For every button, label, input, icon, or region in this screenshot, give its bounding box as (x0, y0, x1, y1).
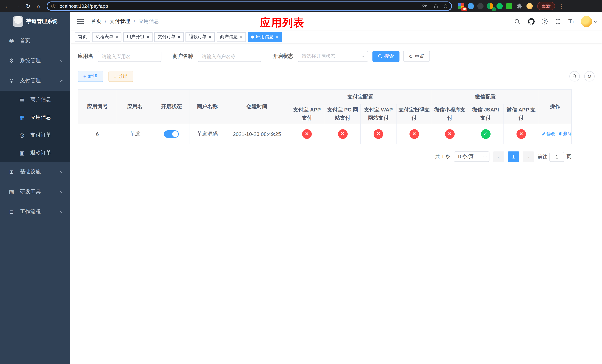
browser-reload-icon[interactable]: ↻ (24, 2, 32, 11)
share-icon[interactable] (432, 2, 440, 10)
chevron-down-icon (484, 155, 487, 158)
bookmark-star-icon[interactable]: ☆ (443, 3, 448, 9)
extension-wechat-icon[interactable] (496, 3, 503, 9)
tab-user-group[interactable]: 用户分组× (123, 32, 152, 42)
fullscreen-icon[interactable] (554, 18, 562, 25)
collapse-sidebar-icon[interactable] (76, 18, 85, 25)
sidebar-item-home[interactable]: ◉ 首页 (0, 31, 70, 51)
breadcrumb-current: 应用信息 (139, 18, 159, 25)
target-icon: ◎ (18, 132, 26, 139)
tab-refund-orders[interactable]: 退款订单× (185, 32, 215, 42)
password-key-icon[interactable] (421, 2, 429, 10)
extension-color-icon[interactable]: 1 (487, 3, 493, 9)
sidebar-item-label: 工作流程 (20, 208, 41, 215)
refresh-table-button[interactable]: ↻ (584, 71, 595, 81)
extension-badge: 1 (492, 7, 496, 11)
browser-menu-icon[interactable]: ⋮ (559, 3, 564, 9)
merchant-name-input[interactable] (198, 51, 261, 62)
app-name-input[interactable] (98, 51, 161, 62)
browser-toolbar: ← → ↻ ⌂ ⓘ localhost:1024/pay/app ☆ 10 (0, 0, 602, 12)
sidebar-item-refund-orders[interactable]: ▣ 退款订单 (0, 144, 70, 162)
tools-icon: ▧ (7, 189, 16, 195)
tab-home[interactable]: 首页 (75, 32, 90, 42)
extensions-puzzle-icon[interactable] (516, 2, 523, 10)
app-logo-row[interactable]: 芋道管理系统 (0, 12, 70, 31)
plus-icon: + (83, 74, 86, 79)
trash-icon (558, 132, 562, 136)
app-name-label: 应用名 (78, 53, 93, 60)
extension-drop-icon[interactable] (468, 3, 474, 9)
sidebar-item-label: 支付管理 (20, 77, 41, 84)
col-wx-mini: 微信小程序支付 (432, 104, 468, 124)
breadcrumb: 首页 / 支付管理 / 应用信息 (91, 18, 159, 25)
add-button[interactable]: + 新增 (78, 71, 103, 82)
close-icon[interactable]: × (240, 35, 243, 39)
browser-update-button[interactable]: 更新 (537, 2, 555, 10)
chevron-down-icon (60, 170, 64, 173)
screen: ← → ↻ ⌂ ⓘ localhost:1024/pay/app ☆ 10 (0, 0, 602, 364)
close-icon[interactable]: × (116, 35, 118, 39)
sidebar-item-devtools[interactable]: ▧ 研发工具 (0, 182, 70, 202)
table-row: 6 芋道 芋道源码 2021-10-23 08:49:25 (78, 124, 571, 144)
profile-avatar-icon[interactable] (527, 3, 533, 9)
breadcrumb-payment[interactable]: 支付管理 (110, 18, 130, 25)
next-page-button[interactable]: › (523, 151, 534, 162)
app-window: 芋道管理系统 ◉ 首页 ⚙ 系统管理 ¥ 支付管理 ▤ 商户信息 (0, 12, 602, 364)
close-icon[interactable]: × (178, 35, 180, 39)
toggle-search-button[interactable] (570, 71, 580, 81)
sidebar-item-payment[interactable]: ¥ 支付管理 (0, 71, 70, 91)
extension-green-icon[interactable] (506, 3, 512, 9)
export-button[interactable]: ↓ 导出 (108, 71, 133, 82)
search-icon[interactable] (514, 18, 521, 25)
col-alipay-app: 支付宝 APP 支付 (289, 104, 325, 124)
close-icon[interactable]: × (209, 35, 211, 39)
prev-page-button[interactable]: ‹ (493, 151, 504, 162)
extension-dark-icon[interactable] (477, 3, 484, 9)
total-count: 共 1 条 (435, 153, 450, 160)
github-icon[interactable] (527, 18, 535, 25)
tab-merchant-info[interactable]: 商户信息× (216, 32, 246, 42)
sidebar-item-label: 系统管理 (20, 57, 41, 64)
edit-button[interactable]: 修改 (542, 131, 555, 137)
close-icon[interactable]: × (147, 35, 149, 39)
page-1-button[interactable]: 1 (508, 151, 519, 162)
browser-home-icon[interactable]: ⌂ (34, 2, 43, 11)
help-icon[interactable] (542, 19, 548, 24)
sidebar-item-pay-orders[interactable]: ◎ 支付订单 (0, 126, 70, 144)
status-cross-icon (338, 129, 347, 139)
page-info-icon[interactable]: ⓘ (51, 3, 55, 9)
cell-create-time: 2021-10-23 08:49:25 (225, 124, 289, 144)
browser-forward-icon[interactable]: → (13, 2, 22, 11)
sidebar-item-merchant-info[interactable]: ▤ 商户信息 (0, 91, 70, 108)
reset-button[interactable]: ↻ 重置 (403, 51, 430, 62)
col-actions: 操作 (539, 89, 571, 124)
extension-grid-icon[interactable]: 10 (458, 3, 464, 9)
col-wx-app: 微信 APP 支付 (503, 104, 539, 124)
tab-app-info[interactable]: 应用信息× (248, 32, 282, 42)
col-group-wechat: 微信配置 (432, 89, 539, 104)
status-toggle[interactable] (164, 130, 179, 138)
browser-back-icon[interactable]: ← (3, 2, 12, 11)
status-select[interactable]: 请选择开启状态 (298, 51, 368, 62)
user-menu[interactable] (581, 16, 596, 27)
address-bar[interactable]: ⓘ localhost:1024/pay/app ☆ (47, 1, 452, 11)
font-size-icon[interactable] (568, 18, 574, 25)
tab-pay-orders[interactable]: 支付订单× (154, 32, 184, 42)
search-button[interactable]: 搜索 (372, 51, 399, 62)
page-title: 应用列表 (260, 16, 304, 30)
page-size-select[interactable]: 10条/页 (454, 151, 489, 162)
sidebar-item-label: 支付订单 (30, 132, 51, 139)
delete-button[interactable]: 删除 (558, 131, 572, 137)
tab-process-form[interactable]: 流程表单× (92, 32, 121, 42)
sidebar-item-app-info[interactable]: ▦ 应用信息 (0, 108, 70, 126)
breadcrumb-home[interactable]: 首页 (91, 18, 101, 25)
sidebar-item-system[interactable]: ⚙ 系统管理 (0, 51, 70, 71)
sidebar-item-workflow[interactable]: ⊟ 工作流程 (0, 202, 70, 222)
cell-alipay-app (289, 124, 325, 144)
sidebar-item-infra[interactable]: ⊞ 基础设施 (0, 162, 70, 182)
status-check-icon (481, 129, 490, 139)
cell-alipay-pc (325, 124, 360, 144)
chevron-down-icon (361, 54, 365, 57)
close-icon[interactable]: × (276, 35, 279, 39)
goto-page-input[interactable] (549, 152, 564, 162)
